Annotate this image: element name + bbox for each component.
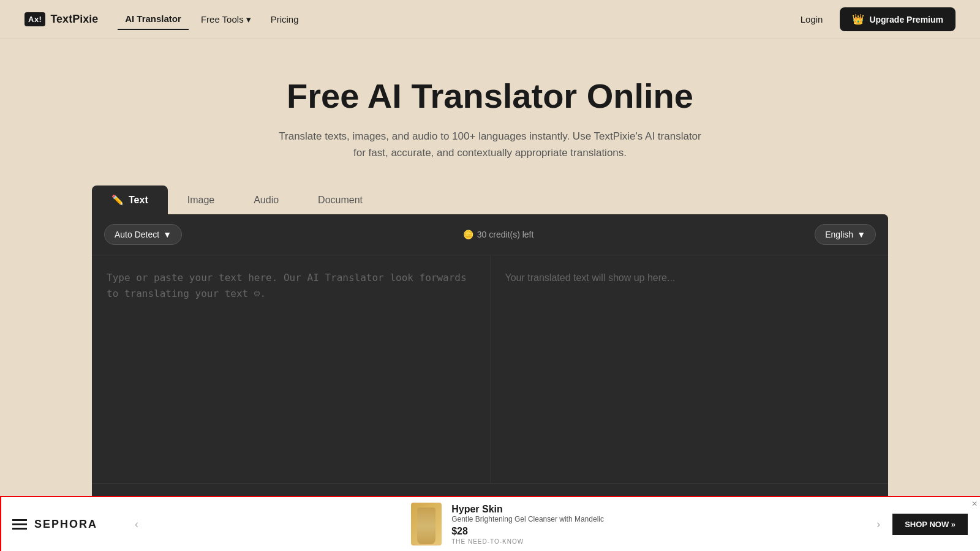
ad-prev-arrow[interactable]: ‹ [135,518,138,531]
dropdown-chevron-icon: ▼ [163,230,172,239]
tab-text[interactable]: ✏️ Text [92,186,168,214]
nav-free-tools[interactable]: Free Tools ▾ [194,9,258,30]
text-areas: Your translated text will show up here..… [92,255,888,483]
language-bar: Auto Detect ▼ 🪙 30 credit(s) left Englis… [92,214,888,255]
ad-product-price: $28 [451,526,604,537]
ad-banner: SEPHORA ‹ Hyper Skin Gentle Brightening … [0,496,980,551]
tab-audio[interactable]: Audio [234,186,298,214]
ad-next-arrow[interactable]: › [876,518,880,531]
target-language-button[interactable]: English ▼ [815,224,876,245]
dropdown-chevron-icon: ▼ [857,230,865,239]
ad-brand-area: SEPHORA [12,518,123,531]
tab-document[interactable]: Document [298,186,382,214]
ad-product-info: Hyper Skin Gentle Brightening Gel Cleans… [451,504,604,545]
dropdown-arrow-icon: ▾ [246,14,251,25]
ad-product-name: Hyper Skin [451,504,604,515]
ad-border-accent [0,497,1,551]
navbar: Ax! TextPixie AI Translator Free Tools ▾… [0,0,980,39]
nav-ai-translator[interactable]: AI Translator [118,9,189,30]
ad-shop-button[interactable]: SHOP NOW » [892,514,968,535]
nav-links: AI Translator Free Tools ▾ Pricing [118,9,793,30]
ad-close-button[interactable]: ✕ [971,500,978,508]
output-panel: Your translated text will show up here..… [491,255,889,483]
upgrade-button[interactable]: 👑 Upgrade Premium [840,7,956,31]
hero-section: Free AI Translator Online Translate text… [0,39,980,186]
ad-product-desc: Gentle Brightening Gel Cleanser with Man… [451,515,604,523]
ad-tag: THE NEED-TO-KNOW [451,538,604,545]
source-language-button[interactable]: Auto Detect ▼ [104,224,182,245]
login-button[interactable]: Login [793,9,831,29]
logo-box: Ax! [24,12,45,26]
logo[interactable]: Ax! TextPixie [24,12,98,26]
ad-brand-name: SEPHORA [34,518,97,531]
translation-input[interactable] [107,270,475,466]
crown-icon: 👑 [852,13,864,25]
tabs-container: ✏️ Text Image Audio Document [67,186,913,214]
hero-title: Free AI Translator Online [24,76,956,116]
tab-image[interactable]: Image [168,186,234,214]
credits-display: 🪙 30 credit(s) left [182,230,815,239]
product-tube-graphic [417,508,435,544]
hero-subtitle: Translate texts, images, and audio to 10… [276,128,704,161]
translation-output: Your translated text will show up here..… [505,270,874,466]
target-lang-selector: English ▼ [815,224,876,245]
tabs-row: ✏️ Text Image Audio Document [92,186,888,214]
nav-right: Login 👑 Upgrade Premium [793,7,956,31]
logo-name: TextPixie [50,13,98,26]
translator-wrapper: Auto Detect ▼ 🪙 30 credit(s) left Englis… [67,214,913,520]
hamburger-icon [12,519,27,530]
credits-icon: 🪙 [463,230,473,239]
text-icon: ✏️ [111,194,124,206]
source-lang-selector: Auto Detect ▼ [104,224,182,245]
input-panel [92,255,490,483]
translator-container: Auto Detect ▼ 🪙 30 credit(s) left Englis… [92,214,888,520]
ad-product-image [411,503,442,545]
nav-pricing[interactable]: Pricing [263,9,306,29]
ad-product-area: Hyper Skin Gentle Brightening Gel Cleans… [151,503,864,545]
